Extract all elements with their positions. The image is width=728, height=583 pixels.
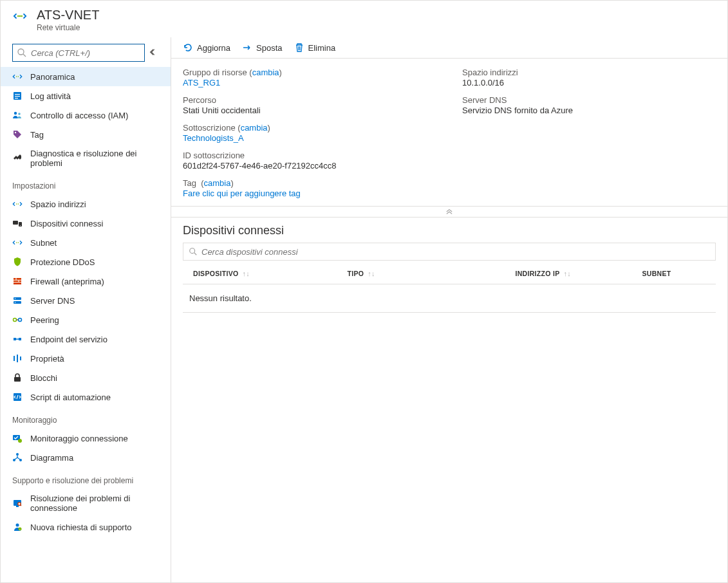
sidebar-item-label: Peering — [30, 315, 59, 325]
page-header: ATS-VNET Rete virtuale — [1, 1, 727, 37]
address-space-value: 10.1.0.0/16 — [462, 78, 716, 88]
devices-search[interactable] — [183, 243, 716, 261]
sidebar-section-support: Supporto e risoluzione dei problemi — [1, 467, 171, 489]
subscription-label: Sottoscrizione — [183, 123, 236, 133]
svg-point-15 — [18, 203, 19, 205]
svg-point-6 — [18, 76, 19, 77]
sidebar-item-label: Log attività — [30, 91, 71, 101]
sidebar-search[interactable] — [12, 44, 145, 62]
sidebar-item-log-attivit[interactable]: Log attività — [1, 86, 171, 106]
page-subtitle: Rete virtuale — [37, 23, 99, 32]
svg-point-31 — [19, 319, 22, 322]
svg-point-19 — [16, 242, 17, 243]
tags-add-link[interactable]: Fare clic qui per aggiungere tag — [183, 189, 436, 198]
svg-point-43 — [16, 453, 19, 456]
svg-point-14 — [16, 203, 17, 205]
sidebar-item-dispositivi-connessi[interactable]: Dispositivi connessi — [1, 214, 171, 233]
toolbar: Aggiorna Sposta Elimina — [171, 37, 727, 59]
address-space-label: Spazio indirizzi — [462, 68, 716, 77]
col-type[interactable]: TIPO↑↓ — [342, 263, 510, 284]
svg-rect-47 — [16, 506, 19, 507]
svg-point-53 — [190, 248, 195, 254]
move-button[interactable]: Sposta — [242, 42, 282, 53]
sidebar-item-script-di-automazione[interactable]: Script di automazione — [1, 387, 171, 407]
col-subnet[interactable]: SUBNET — [637, 263, 716, 284]
tags-change-link[interactable]: cambia — [204, 178, 231, 188]
sidebar-item-endpoint-del-servizio[interactable]: Endpoint del servizio — [1, 329, 171, 349]
sidebar-item-label: Diagnostica e risoluzione dei problemi — [30, 149, 159, 168]
svg-rect-16 — [13, 221, 18, 225]
subscription-id-label: ID sottoscrizione — [183, 151, 436, 160]
support-icon: + — [12, 522, 23, 532]
sidebar-item-label: Dispositivi connessi — [30, 219, 103, 228]
search-icon — [17, 48, 27, 58]
sidebar-item-label: Nuova richiesta di supporto — [30, 523, 132, 532]
svg-point-50 — [16, 524, 19, 527]
sidebar-search-input[interactable] — [31, 48, 140, 58]
lock-icon — [12, 373, 23, 383]
collapse-overview-button[interactable] — [171, 206, 727, 217]
refresh-button[interactable]: Aggiorna — [183, 42, 230, 53]
sidebar-item-spazio-indirizzi[interactable]: Spazio indirizzi — [1, 194, 171, 214]
sort-icon: ↑↓ — [563, 270, 571, 277]
svg-point-2 — [21, 15, 23, 17]
svg-rect-34 — [19, 338, 21, 340]
svg-rect-33 — [14, 338, 16, 340]
iam-icon — [12, 110, 23, 120]
collapse-sidebar-button[interactable] — [149, 48, 162, 59]
sidebar-item-label: Firewall (anteprima) — [30, 277, 104, 286]
svg-rect-9 — [15, 96, 20, 97]
sidebar-section-settings: Impostazioni — [1, 172, 171, 194]
sidebar-item-nuova-richiesta-di-supporto[interactable]: +Nuova richiesta di supporto — [1, 517, 171, 537]
sidebar-item-controllo-di-accesso-iam[interactable]: Controllo di accesso (IAM) — [1, 106, 171, 125]
tag-icon — [12, 129, 23, 140]
subscription-value[interactable]: Technologists_A — [183, 133, 436, 143]
sidebar-item-label: Server DNS — [30, 296, 75, 306]
devices-heading: Dispositivi connessi — [183, 224, 716, 237]
sidebar-item-peering[interactable]: Peering — [1, 310, 171, 329]
svg-point-1 — [19, 15, 21, 17]
sidebar-item-tag[interactable]: Tag — [1, 125, 171, 144]
svg-point-0 — [17, 15, 19, 17]
location-value: Stati Uniti occidentali — [183, 106, 436, 115]
svg-point-13 — [15, 132, 16, 133]
delete-button[interactable]: Elimina — [294, 42, 336, 53]
overview-panel: Gruppo di risorse (cambia) ATS_RG1 Perco… — [171, 59, 727, 206]
resource-group-value[interactable]: ATS_RG1 — [183, 78, 436, 88]
page-title: ATS-VNET — [37, 7, 99, 23]
sidebar-item-diagramma[interactable]: Diagramma — [1, 448, 171, 467]
devices-search-input[interactable] — [201, 247, 710, 257]
sidebar-item-label: Controllo di accesso (IAM) — [30, 111, 128, 120]
sidebar-item-propriet[interactable]: Proprietà — [1, 349, 171, 368]
sidebar-item-label: Endpoint del servizio — [30, 335, 107, 344]
sidebar-item-diagnostica-e-risoluzione-dei-problemi[interactable]: Diagnostica e risoluzione dei problemi — [1, 144, 171, 172]
sidebar-item-server-dns[interactable]: Server DNS — [1, 291, 171, 310]
devices-icon — [12, 218, 23, 228]
sidebar-item-label: Diagramma — [30, 453, 73, 463]
col-ip[interactable]: INDIRIZZO IP↑↓ — [510, 263, 637, 284]
diagnose-icon — [12, 153, 23, 163]
chevron-up-double-icon — [445, 208, 454, 215]
sidebar-item-subnet[interactable]: Subnet — [1, 233, 171, 252]
sidebar-item-blocchi[interactable]: Blocchi — [1, 368, 171, 387]
sidebar-item-protezione-ddos[interactable]: Protezione DDoS — [1, 252, 171, 272]
sidebar-item-label: Risoluzione dei problemi di connessione — [30, 494, 159, 513]
col-device[interactable]: DISPOSITIVO↑↓ — [188, 263, 342, 284]
endpoint-icon — [12, 334, 23, 344]
sidebar-item-risoluzione-dei-problemi-di-connessione[interactable]: Risoluzione dei problemi di connessione — [1, 489, 171, 517]
svg-point-20 — [18, 242, 19, 243]
location-label: Percorso — [183, 95, 436, 105]
svg-point-12 — [18, 113, 21, 115]
properties-icon — [12, 353, 23, 364]
resource-group-change-link[interactable]: cambia — [252, 68, 279, 77]
sidebar-item-panoramica[interactable]: Panoramica — [1, 67, 171, 86]
svg-rect-10 — [15, 98, 18, 98]
svg-line-4 — [23, 54, 26, 57]
search-icon — [189, 247, 198, 256]
sidebar-item-firewall-anteprima[interactable]: Firewall (anteprima) — [1, 272, 171, 291]
subscription-change-link[interactable]: cambia — [241, 123, 268, 133]
sidebar-item-monitoraggio-connessione[interactable]: Monitoraggio connessione — [1, 429, 171, 448]
firewall-icon — [12, 276, 23, 286]
sidebar-section-monitoring: Monitoraggio — [1, 407, 171, 429]
move-icon — [242, 42, 252, 53]
